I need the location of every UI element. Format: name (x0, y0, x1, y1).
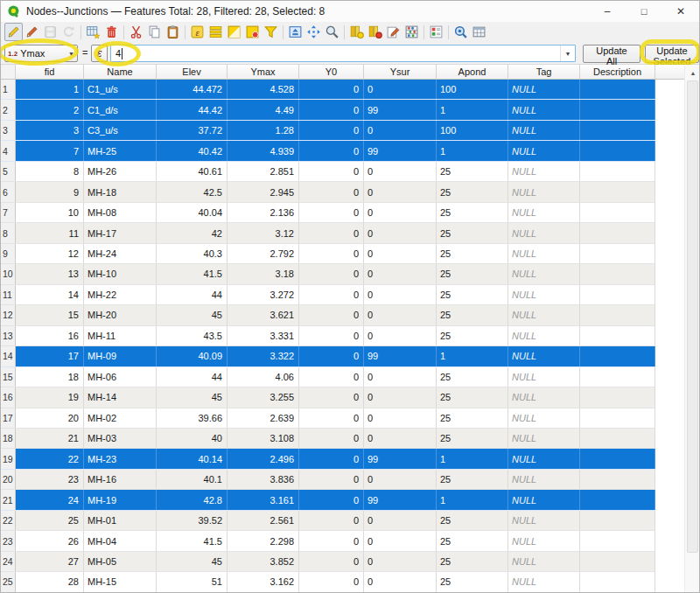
cell-ymax[interactable]: 2.561 (228, 511, 299, 530)
cell-ysur[interactable]: 0 (364, 531, 437, 550)
cell-elev[interactable]: 44 (157, 285, 228, 304)
cell-apond[interactable]: 25 (437, 264, 508, 283)
cell-fid[interactable]: 1 (16, 80, 84, 99)
cell-fid[interactable]: 28 (16, 572, 84, 591)
cell-elev[interactable]: 42.8 (157, 490, 228, 509)
row-number[interactable]: 18 (1, 429, 16, 448)
cell-elev[interactable]: 40.1 (157, 470, 228, 489)
cell-elev[interactable]: 41.5 (157, 264, 228, 283)
cell-y0[interactable]: 0 (299, 429, 364, 448)
cell-tag[interactable]: NULL (508, 182, 580, 201)
cell-apond[interactable]: 25 (437, 223, 508, 242)
reload-icon[interactable] (60, 23, 78, 41)
cell-y0[interactable]: 0 (299, 305, 364, 324)
save-edits-icon[interactable] (41, 23, 60, 41)
cell-ysur[interactable]: 0 (364, 203, 437, 222)
cell-y0[interactable]: 0 (299, 449, 364, 468)
cell-apond[interactable]: 1 (437, 100, 508, 119)
column-header-name[interactable]: Name (84, 65, 157, 79)
cell-y0[interactable]: 0 (299, 326, 364, 345)
cell-name[interactable]: MH-02 (84, 408, 157, 428)
cell-ysur[interactable]: 0 (364, 511, 437, 530)
maximize-icon[interactable]: □ (626, 1, 662, 22)
cell-tag[interactable]: NULL (508, 203, 580, 222)
cell-ymax[interactable]: 2.945 (228, 182, 299, 201)
cell-y0[interactable]: 0 (299, 141, 364, 160)
row-number[interactable]: 21 (1, 490, 16, 509)
cell-ysur[interactable]: 0 (364, 326, 437, 345)
cell-elev[interactable]: 41.5 (157, 531, 228, 550)
cell-y0[interactable]: 0 (299, 121, 364, 140)
cell-apond[interactable]: 1 (437, 449, 508, 468)
cell-ymax[interactable]: 2.298 (228, 531, 299, 550)
row-number[interactable]: 25 (1, 572, 16, 591)
cell-name[interactable]: MH-08 (84, 203, 157, 222)
pan-to-selection-icon[interactable] (304, 23, 323, 41)
row-number[interactable]: 3 (1, 121, 16, 140)
column-header-fid[interactable]: fid (16, 65, 84, 79)
cell-tag[interactable]: NULL (508, 121, 580, 140)
cell-tag[interactable]: NULL (508, 162, 580, 181)
cell-ysur[interactable]: 0 (364, 572, 437, 591)
cell-elev[interactable]: 40.04 (157, 203, 228, 222)
cell-name[interactable]: MH-17 (84, 223, 157, 242)
cell-desc[interactable] (580, 326, 655, 345)
cell-y0[interactable]: 0 (299, 80, 364, 99)
cell-ymax[interactable]: 3.162 (228, 572, 299, 591)
cut-features-icon[interactable] (127, 23, 145, 41)
cell-ymax[interactable]: 3.108 (228, 429, 299, 448)
delete-features-icon[interactable] (102, 23, 121, 41)
cell-ysur[interactable]: 99 (364, 346, 437, 366)
cell-ysur[interactable]: 0 (364, 121, 437, 140)
cell-elev[interactable]: 39.66 (157, 408, 228, 428)
search-widget-icon[interactable] (452, 23, 470, 41)
row-number[interactable]: 5 (1, 162, 16, 181)
cell-ysur[interactable]: 0 (364, 552, 437, 571)
cell-desc[interactable] (580, 121, 655, 140)
cell-name[interactable]: MH-11 (84, 326, 157, 345)
field-calculator-icon[interactable] (402, 23, 421, 41)
rename-field-icon[interactable] (384, 23, 402, 41)
cell-elev[interactable]: 42.5 (157, 182, 228, 201)
cell-fid[interactable]: 10 (16, 203, 84, 222)
copy-features-icon[interactable] (145, 23, 164, 41)
cell-ymax[interactable]: 2.639 (228, 408, 299, 428)
cell-elev[interactable]: 40.3 (157, 244, 228, 263)
cell-elev[interactable]: 37.72 (157, 121, 228, 140)
cell-fid[interactable]: 17 (16, 346, 84, 366)
row-number[interactable]: 12 (1, 305, 16, 324)
cell-apond[interactable]: 25 (437, 305, 508, 324)
cell-desc[interactable] (580, 387, 655, 407)
cell-apond[interactable]: 25 (437, 552, 508, 571)
cell-ysur[interactable]: 0 (364, 429, 437, 448)
row-number[interactable]: 4 (1, 141, 16, 160)
cell-tag[interactable]: NULL (508, 264, 580, 283)
cell-fid[interactable]: 8 (16, 162, 84, 181)
dock-table-icon[interactable] (470, 23, 488, 41)
field-selector-dropdown[interactable]: 1.2 Ymax ▼ (4, 45, 78, 62)
cell-desc[interactable] (580, 223, 655, 242)
cell-ymax[interactable]: 3.255 (228, 387, 299, 407)
zoom-to-selection-icon[interactable] (323, 23, 341, 41)
cell-name[interactable]: MH-22 (84, 285, 157, 304)
row-number[interactable]: 20 (1, 470, 16, 489)
cell-ysur[interactable]: 99 (364, 100, 437, 119)
row-number[interactable]: 15 (1, 367, 16, 387)
cell-y0[interactable]: 0 (299, 511, 364, 530)
column-header-ysur[interactable]: Ysur (364, 65, 437, 79)
cell-elev[interactable]: 45 (157, 305, 228, 324)
cell-fid[interactable]: 24 (16, 490, 84, 509)
cell-apond[interactable]: 25 (437, 244, 508, 263)
cell-apond[interactable]: 25 (437, 470, 508, 489)
row-number[interactable]: 14 (1, 346, 16, 366)
cell-ysur[interactable]: 0 (364, 244, 437, 263)
cell-fid[interactable]: 15 (16, 305, 84, 324)
cell-ysur[interactable]: 0 (364, 264, 437, 283)
cell-name[interactable]: C1_u/s (84, 80, 157, 99)
cell-name[interactable]: MH-18 (84, 182, 157, 201)
cell-ymax[interactable]: 2.792 (228, 244, 299, 263)
cell-desc[interactable] (580, 552, 655, 571)
cell-y0[interactable]: 0 (299, 162, 364, 181)
cell-elev[interactable]: 44.472 (157, 80, 228, 99)
cell-y0[interactable]: 0 (299, 203, 364, 222)
